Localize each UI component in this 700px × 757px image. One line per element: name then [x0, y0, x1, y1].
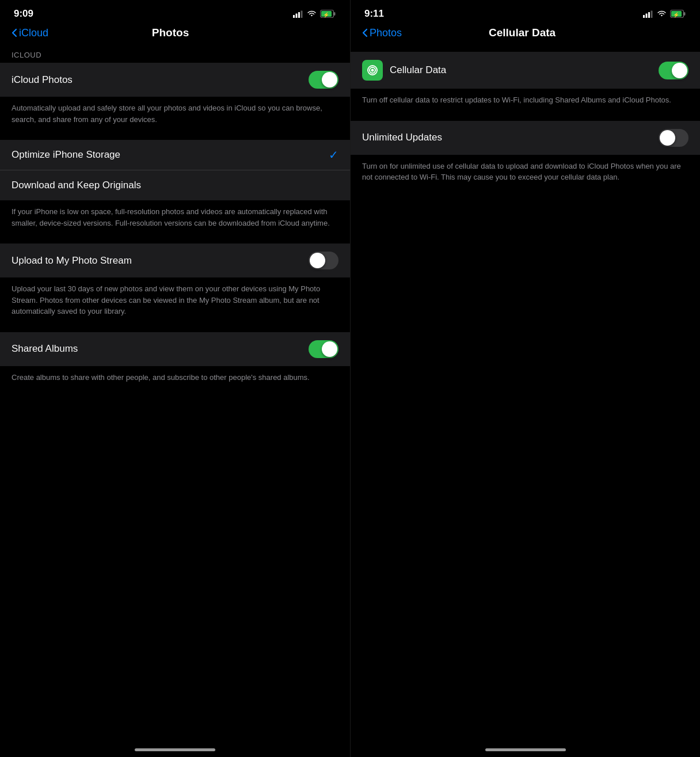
back-button-right[interactable]: Photos: [362, 27, 402, 39]
wifi-icon: [307, 10, 317, 18]
photo-stream-description-block: Upload your last 30 days of new photos a…: [0, 277, 350, 326]
storage-description: If your iPhone is low on space, full-res…: [12, 207, 330, 227]
unlimited-updates-row[interactable]: Unlimited Updates: [351, 121, 700, 155]
battery-icon-right: ⚡: [670, 10, 686, 18]
photo-stream-label: Upload to My Photo Stream: [12, 255, 309, 267]
group-divider-right-1: [351, 46, 700, 52]
photo-stream-toggle[interactable]: [309, 252, 338, 269]
toggle-thumb: [322, 341, 337, 357]
cellular-data-toggle[interactable]: [659, 62, 688, 79]
icloud-photos-toggle[interactable]: [309, 71, 338, 89]
status-bar-left: 9:09 ⚡: [0, 0, 350, 24]
photo-stream-group: Upload to My Photo Stream: [0, 244, 350, 277]
time-left: 9:09: [14, 8, 33, 20]
wifi-icon-right: [657, 10, 667, 18]
cellular-data-row[interactable]: Cellular Data: [351, 52, 700, 89]
shared-albums-toggle[interactable]: [309, 340, 338, 358]
nav-bar-right: Photos Cellular Data: [351, 24, 700, 46]
cellular-data-group: Cellular Data: [351, 52, 700, 89]
svg-rect-0: [293, 15, 295, 18]
icloud-photos-label: iCloud Photos: [12, 74, 309, 86]
shared-albums-group: Shared Albums: [0, 332, 350, 366]
download-keep-label: Download and Keep Originals: [12, 180, 338, 191]
section-label-icloud: ICLOUD: [0, 46, 350, 63]
group-divider-1: [0, 134, 350, 140]
photo-stream-description: Upload your last 30 days of new photos a…: [12, 284, 320, 315]
svg-point-16: [371, 69, 374, 72]
unlimited-updates-toggle[interactable]: [659, 129, 688, 147]
left-phone-panel: 9:09 ⚡: [0, 0, 350, 757]
icloud-photos-description: Automatically upload and safely store al…: [12, 104, 322, 124]
signal-icon-right: [643, 10, 653, 18]
cellular-data-description-block: Turn off cellular data to restrict updat…: [351, 89, 700, 115]
unlimited-updates-description-block: Turn on for unlimited use of cellular da…: [351, 155, 700, 192]
svg-rect-1: [296, 13, 298, 18]
svg-rect-5: [334, 12, 336, 16]
shared-albums-row[interactable]: Shared Albums: [0, 332, 350, 366]
optimize-storage-row[interactable]: Optimize iPhone Storage ✓: [0, 140, 350, 170]
svg-rect-13: [684, 12, 686, 16]
unlimited-updates-label: Unlimited Updates: [362, 132, 659, 143]
svg-text:⚡: ⚡: [323, 12, 330, 18]
chevron-left-icon-right: [362, 28, 368, 37]
signal-waves-icon: [366, 64, 379, 77]
photo-stream-row[interactable]: Upload to My Photo Stream: [0, 244, 350, 277]
right-phone-panel: 9:11 ⚡: [350, 0, 700, 757]
nav-bar-left: iCloud Photos: [0, 24, 350, 46]
status-icons-right: ⚡: [643, 10, 686, 18]
chevron-left-icon: [12, 28, 17, 37]
group-divider-right-2: [351, 115, 700, 121]
back-label-right: Photos: [370, 27, 402, 39]
icloud-photos-description-block: Automatically upload and safely store al…: [0, 97, 350, 134]
back-label-left: iCloud: [19, 27, 48, 39]
group-divider-2: [0, 238, 350, 244]
svg-text:⚡: ⚡: [673, 12, 680, 18]
unlimited-updates-group: Unlimited Updates: [351, 121, 700, 155]
battery-icon: ⚡: [320, 10, 336, 18]
icloud-photos-group: iCloud Photos: [0, 63, 350, 97]
toggle-thumb: [660, 130, 675, 146]
icloud-photos-row[interactable]: iCloud Photos: [0, 63, 350, 97]
toggle-thumb: [310, 253, 325, 268]
cellular-data-label: Cellular Data: [390, 64, 659, 76]
unlimited-updates-description: Turn on for unlimited use of cellular da…: [362, 162, 681, 182]
home-indicator-left: [135, 748, 215, 751]
shared-albums-description: Create albums to share with other people…: [12, 373, 310, 382]
optimize-checkmark: ✓: [329, 148, 338, 162]
cellular-data-label-row: Cellular Data: [362, 60, 659, 81]
back-button-left[interactable]: iCloud: [12, 27, 48, 39]
svg-rect-3: [301, 10, 303, 18]
status-icons-left: ⚡: [293, 10, 336, 18]
download-keep-row[interactable]: Download and Keep Originals: [0, 170, 350, 200]
toggle-thumb: [672, 63, 687, 78]
cellular-data-icon: [362, 60, 383, 81]
optimize-storage-label: Optimize iPhone Storage: [12, 149, 329, 161]
storage-options-group: Optimize iPhone Storage ✓ Download and K…: [0, 140, 350, 200]
time-right: 9:11: [364, 8, 384, 20]
group-divider-3: [0, 326, 350, 332]
toggle-thumb: [322, 72, 337, 88]
cellular-data-description: Turn off cellular data to restrict updat…: [362, 96, 671, 104]
shared-albums-description-block: Create albums to share with other people…: [0, 366, 350, 393]
status-bar-right: 9:11 ⚡: [351, 0, 700, 24]
signal-icon: [293, 10, 303, 18]
page-title-left: Photos: [152, 26, 189, 39]
svg-rect-11: [651, 10, 653, 18]
svg-rect-8: [643, 15, 645, 18]
svg-rect-9: [646, 13, 648, 18]
page-title-right: Cellular Data: [489, 26, 556, 39]
svg-rect-10: [648, 12, 650, 18]
home-indicator-right: [485, 748, 566, 751]
storage-description-block: If your iPhone is low on space, full-res…: [0, 200, 350, 238]
svg-rect-2: [298, 12, 300, 18]
shared-albums-label: Shared Albums: [12, 343, 309, 355]
